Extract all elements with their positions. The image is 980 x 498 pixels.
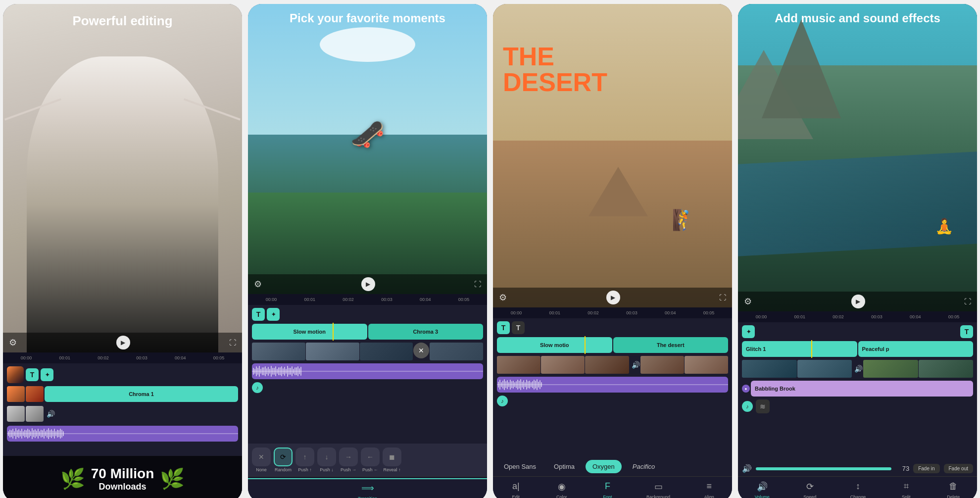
card4-scrubber[interactable]: 00:00 00:01 00:02 00:03 00:04 00:05 bbox=[738, 311, 977, 322]
play-button-2[interactable]: ▶ bbox=[361, 277, 375, 291]
gear-icon[interactable]: ⚙ bbox=[9, 337, 17, 348]
expand-icon-4[interactable]: ⛶ bbox=[964, 298, 971, 305]
expand-icon[interactable]: ⛶ bbox=[229, 339, 236, 347]
trans-push-up[interactable]: ↑ Push ↑ bbox=[295, 448, 314, 472]
card2-bottom-toolbar: ⟹ Transition bbox=[248, 476, 487, 498]
trans-push-left[interactable]: ← Push ← bbox=[361, 448, 380, 472]
desert-overlay-text[interactable]: THE DESERT bbox=[503, 44, 607, 95]
trans-push-right[interactable]: → Push → bbox=[339, 448, 358, 472]
color-toolbar-item[interactable]: ◉ Color bbox=[555, 480, 569, 498]
background-icon: ▭ bbox=[651, 480, 665, 494]
reveal-icon[interactable]: ◼ bbox=[383, 448, 401, 466]
text-icon-3b[interactable]: T bbox=[512, 321, 525, 334]
edit-toolbar-item[interactable]: a| Edit bbox=[509, 480, 523, 498]
card3-timeline: T T Slow motio The desert 🔊 bbox=[493, 318, 732, 457]
font-open-sans[interactable]: Open Sans bbox=[497, 460, 543, 473]
volume-slider[interactable] bbox=[756, 467, 891, 470]
font-optima[interactable]: Optima bbox=[547, 460, 582, 473]
font-label: Font bbox=[603, 495, 612, 498]
transition-bar: ✕ None ⟳ Random ↑ Push ↑ ↓ Push ↓ → Push… bbox=[248, 444, 487, 476]
transition-icon: ⟹ bbox=[361, 481, 375, 495]
text-icon-3[interactable]: T bbox=[497, 321, 510, 334]
card3-video-strip: 🔊 bbox=[497, 356, 728, 374]
fx-icon[interactable]: ✦ bbox=[41, 368, 53, 381]
ruler-05: 00:05 bbox=[213, 355, 225, 360]
downloads-number: 70 Million bbox=[91, 466, 154, 482]
transition-options: ✕ None ⟳ Random ↑ Push ↑ ↓ Push ↓ → Push… bbox=[252, 448, 483, 472]
card1-waveform bbox=[7, 426, 238, 442]
music-icon-4[interactable]: ♪ bbox=[742, 401, 753, 412]
card1-scrubber[interactable]: 00:00 00:01 00:02 00:03 00:04 00:05 bbox=[3, 352, 242, 363]
slow-motion-clip-2[interactable]: Slow motio bbox=[497, 337, 612, 353]
card-powerful-editing: Powerful editing ⚙ ▶ ⛶ 00:00 00:01 00:02… bbox=[3, 4, 242, 498]
edit-label: Edit bbox=[512, 495, 520, 498]
downloads-label: Downloads bbox=[91, 482, 154, 492]
delete-toolbar-item[interactable]: 🗑 Delete bbox=[946, 480, 960, 498]
push-right-icon[interactable]: → bbox=[339, 448, 358, 466]
expand-icon-2[interactable]: ⛶ bbox=[474, 280, 481, 288]
fx-icon-4[interactable]: ✦ bbox=[742, 325, 755, 338]
font-oxygen[interactable]: Oxygen bbox=[586, 460, 622, 473]
text-icon-4[interactable]: T bbox=[960, 325, 973, 338]
delete-toolbar-label: Delete bbox=[947, 495, 960, 498]
music-icon-3[interactable]: ♪ bbox=[497, 396, 508, 406]
eq-icon[interactable]: ≋ bbox=[756, 399, 770, 413]
play-button[interactable]: ▶ bbox=[116, 336, 130, 349]
play-button-3[interactable]: ▶ bbox=[606, 291, 620, 304]
glitch1-clip[interactable]: Glitch 1 bbox=[742, 341, 857, 357]
push-down-icon[interactable]: ↓ bbox=[317, 448, 336, 466]
align-toolbar-item[interactable]: ≡ Align bbox=[702, 480, 716, 498]
remove-clip-btn[interactable]: ✕ bbox=[413, 343, 429, 358]
fade-in-btn[interactable]: Fade in bbox=[913, 464, 939, 473]
card2-scrubber[interactable]: 00:00 00:01 00:02 00:03 00:04 00:05 bbox=[248, 294, 487, 305]
peaceful-clip[interactable]: Peaceful p bbox=[858, 341, 974, 357]
desert-line2: DESERT bbox=[503, 68, 607, 97]
laurel-left-icon: 🌿 bbox=[60, 467, 85, 491]
background-toolbar-item[interactable]: ▭ Background bbox=[646, 480, 670, 498]
desert-clip[interactable]: The desert bbox=[613, 337, 729, 353]
babbling-brook-clip[interactable]: Babbling Brook bbox=[751, 381, 973, 397]
font-pacifico[interactable]: Pacifico bbox=[626, 460, 662, 473]
change-toolbar-item[interactable]: ↕ Change bbox=[850, 480, 866, 498]
push-up-icon[interactable]: ↑ bbox=[295, 448, 314, 466]
push-left-icon[interactable]: ← bbox=[361, 448, 380, 466]
expand-icon-3[interactable]: ⛶ bbox=[719, 294, 726, 301]
gear-icon-3[interactable]: ⚙ bbox=[499, 292, 507, 303]
text-icon[interactable]: T bbox=[26, 368, 39, 381]
card3-screen: 🧗 THE DESERT ⚙ ▶ ⛶ bbox=[493, 4, 732, 307]
card2-video-strip: ✕ bbox=[252, 343, 483, 360]
transition-toolbar-item[interactable]: ⟹ Transition bbox=[358, 481, 377, 498]
font-toolbar-item[interactable]: F Font bbox=[600, 480, 614, 498]
split-toolbar-item[interactable]: ⌗ Split bbox=[899, 480, 913, 498]
waveform-bars-3 bbox=[497, 377, 728, 393]
random-icon[interactable]: ⟳ bbox=[274, 448, 293, 466]
text-icon-2[interactable]: T bbox=[252, 308, 265, 321]
volume-toolbar-item[interactable]: 🔊 Volume bbox=[755, 480, 770, 498]
trans-push-down[interactable]: ↓ Push ↓ bbox=[317, 448, 336, 472]
fx-icon-2[interactable]: ✦ bbox=[267, 308, 280, 321]
babbling-brook-label: Babbling Brook bbox=[755, 386, 795, 392]
gear-icon-2[interactable]: ⚙ bbox=[254, 279, 262, 290]
clip-thumbnail bbox=[7, 386, 25, 402]
card2-video-controls: ⚙ ▶ ⛶ bbox=[248, 274, 487, 294]
trans-none[interactable]: ✕ None bbox=[252, 448, 271, 472]
waveform-bars bbox=[7, 426, 238, 442]
slow-motion-clip[interactable]: Slow motion bbox=[252, 324, 367, 340]
gear-icon-4[interactable]: ⚙ bbox=[744, 296, 752, 307]
card3-scrubber[interactable]: 00:00 00:01 00:02 00:03 00:04 00:05 bbox=[493, 307, 732, 318]
ruler-00: 00:00 bbox=[21, 355, 32, 360]
trans-reveal[interactable]: ◼ Reveal ↑ bbox=[383, 448, 401, 472]
speed-toolbar-item[interactable]: ⟳ Speed bbox=[803, 480, 817, 498]
playhead-4 bbox=[811, 340, 812, 358]
fade-out-btn[interactable]: Fade out bbox=[944, 464, 973, 473]
card3-clip-row: Slow motio The desert bbox=[497, 336, 728, 354]
music-icon[interactable]: ♪ bbox=[252, 382, 263, 393]
chroma1-clip[interactable]: Chroma 1 bbox=[45, 386, 238, 402]
audio-dot: ● bbox=[742, 385, 750, 393]
play-button-4[interactable]: ▶ bbox=[851, 295, 865, 308]
trans-random[interactable]: ⟳ Random bbox=[274, 448, 293, 472]
chroma3-clip[interactable]: Chroma 3 bbox=[368, 324, 484, 340]
ruler-03: 00:03 bbox=[136, 355, 147, 360]
none-icon[interactable]: ✕ bbox=[252, 448, 271, 466]
change-toolbar-icon: ↕ bbox=[851, 480, 865, 494]
